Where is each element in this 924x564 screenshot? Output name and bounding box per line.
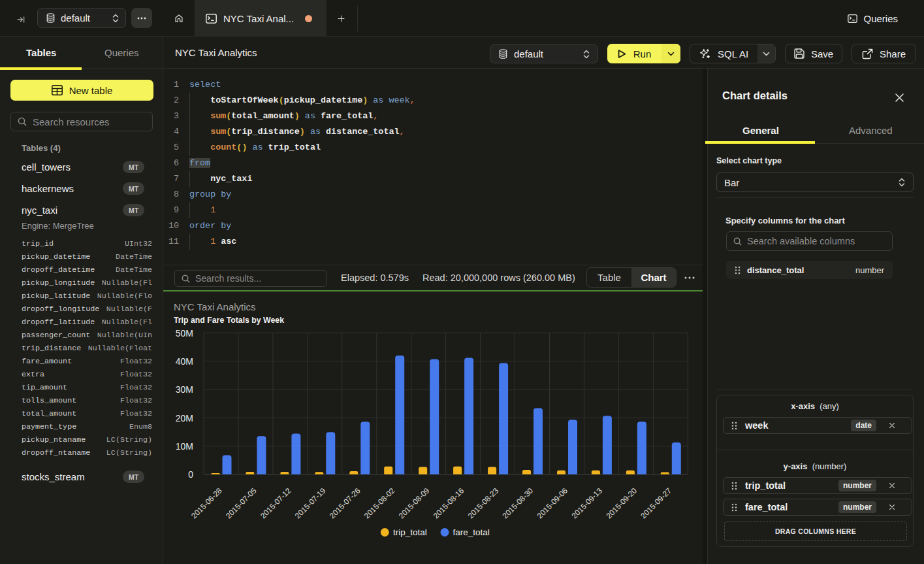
svg-text:30M: 30M bbox=[176, 384, 193, 395]
svg-text:2015-08-23: 2015-08-23 bbox=[466, 486, 501, 520]
svg-text:2015-08-30: 2015-08-30 bbox=[501, 486, 535, 520]
svg-text:2015-07-05: 2015-07-05 bbox=[224, 486, 259, 520]
svg-text:2015-07-26: 2015-07-26 bbox=[328, 486, 362, 520]
svg-text:2015-07-12: 2015-07-12 bbox=[259, 486, 293, 521]
svg-text:fare_total: fare_total bbox=[453, 527, 490, 537]
svg-text:2015-07-19: 2015-07-19 bbox=[293, 486, 328, 521]
svg-text:trip_total: trip_total bbox=[393, 527, 427, 537]
svg-text:2015-08-02: 2015-08-02 bbox=[362, 486, 397, 521]
svg-text:0: 0 bbox=[188, 469, 193, 480]
svg-text:50M: 50M bbox=[176, 328, 193, 339]
svg-text:10M: 10M bbox=[176, 441, 193, 452]
svg-text:20M: 20M bbox=[176, 413, 193, 423]
svg-text:2015-09-13: 2015-09-13 bbox=[569, 486, 604, 520]
svg-text:2015-09-27: 2015-09-27 bbox=[639, 486, 673, 521]
svg-text:2015-08-16: 2015-08-16 bbox=[432, 486, 466, 520]
svg-text:2015-09-06: 2015-09-06 bbox=[535, 486, 570, 520]
svg-text:2015-08-09: 2015-08-09 bbox=[397, 486, 432, 521]
svg-text:40M: 40M bbox=[176, 356, 193, 367]
svg-text:2015-09-20: 2015-09-20 bbox=[604, 486, 639, 520]
svg-text:2015-06-28: 2015-06-28 bbox=[189, 486, 224, 520]
